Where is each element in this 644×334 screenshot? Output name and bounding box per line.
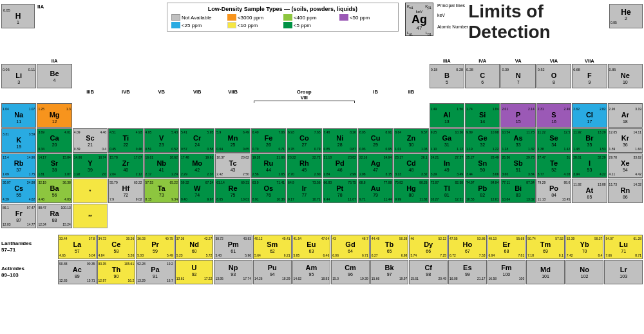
element-Np: Np 93 13.9517.74: [214, 260, 252, 284]
element-Si: 1.741.84 Si 14: [465, 103, 500, 128]
element-Br: 11.9213.29 Br 35 1.481.53: [572, 128, 607, 153]
element-In: 24.2127.27 In 49 3.293.49: [430, 153, 464, 178]
element-W: 59.3267.24 W 74 8.409.67: [180, 179, 214, 203]
element-Bk: Bk 97 15.6619.97: [370, 260, 409, 284]
element-Te: 27.4731 Te 52 3.774.03: [536, 153, 571, 178]
element-La: 33.4437.8 La 57 4.655.04: [58, 235, 97, 259]
element-Lr: Lr 103: [604, 260, 643, 284]
legend-item-3000: <3000 ppm: [227, 14, 282, 21]
element-Ti: 4.514.93 Ti 22 0.450.46: [108, 128, 143, 153]
element-Th: 93.35105.61 Th 90 12.9716.2: [97, 260, 136, 284]
legend-title: Low-Density Sample Types — (soils, powde…: [171, 6, 394, 12]
element-Pa: 92.2819.2 Pa 91 13.2916.7: [136, 260, 175, 284]
element-Cd: 23.1726.1 Cd 48 3.133.32: [393, 153, 428, 178]
element-Kr: 12.6514.11 Kr 36 1.591.64: [608, 128, 643, 153]
element-Os: 63.071.41 Os 76 8.9110.36: [251, 179, 286, 203]
legend-box: Low-Density Sample Types — (soils, powde…: [167, 3, 399, 32]
element-Se: 11.2212.5 Se 34 1.381.42: [536, 128, 571, 153]
element-Fe: 6.407.06 Fe 26 0.700.71: [251, 128, 286, 153]
element-Sn: 25.2728.49 Sn 50 3.443.66: [465, 153, 500, 178]
element-Pu: Pu 94 14.2618.29: [253, 260, 292, 284]
element-Fm: Fm 100 16.58100: [488, 260, 526, 284]
element-Tb: 44.4850.38 Tb 65 6.276.98: [370, 235, 409, 259]
element-Mn: 5.96.49 Mn 25 0.640.65: [215, 128, 250, 153]
actinides-label: Actinides 89–103: [1, 266, 58, 279]
element-V: 4.955.43 V 23 0.510.52: [144, 128, 179, 153]
element-Tm: 50.7457.52 Tm 69 7.188.1: [526, 235, 565, 259]
element-Cl: 2.622.82 Cl 17: [572, 103, 607, 128]
element-Md: Md 101: [526, 260, 565, 284]
element-Li: 0.050.11 Li 3: [1, 64, 36, 88]
legend-item-25: <25 ppm: [171, 22, 226, 28]
element-Rh: 20.2222.72 Rh 45 2.702.80: [287, 153, 321, 178]
element-Ac: 90.8890.35 Ac 89 12.6515.71: [58, 260, 97, 284]
legend-item-50: <50 ppm: [339, 14, 394, 21]
element-Be: Be 4: [37, 64, 71, 88]
element-Ba: 32.1936.38 Ba 56 4.464.83: [37, 179, 71, 203]
element-Pm: 38.7243.83 Pm 61 5.435.96: [214, 235, 252, 259]
element-Xe: 29.7833.62 Xe 54 4.114.42: [608, 153, 643, 178]
element-At: 11.9213.88 At 85: [572, 179, 607, 203]
element-Po: 79.2988.0 Po 84 11.1313.45: [536, 179, 571, 203]
element-Cu: 8.058.91 Cu 29 0.930.95: [358, 128, 393, 153]
element-Sr: 14.1715.84 Sr 38 1.811.87: [37, 153, 71, 178]
element-Tc: 18.3720.62 Tc 43 2.422.50: [215, 153, 250, 178]
periodic-table: IIA IIIA IVA VA VIA VIIA 0.050.11 Li 3 B…: [0, 58, 644, 284]
element-Hg: 70.8280.26 Hg 80 9.9911.82: [393, 179, 428, 203]
element-Sb: 26.3629.73 Sb 51 3.603.84: [500, 153, 535, 178]
element-Nb: 16.6118.62 Nb 41 2.172.24: [144, 153, 179, 178]
element-Cm: Cm 96 15.019.39: [331, 260, 370, 284]
element-Mg: 1.251.3 Mg 12: [37, 103, 71, 128]
element-Mo: 17.4819.61 Mo 42 2.292.37: [180, 153, 214, 178]
element-Ru: 19.2821.66 Ru 44 2.562.65: [251, 153, 286, 178]
element-Ge: 9.8910.98 Ge 32 1.191.22: [465, 128, 500, 153]
element-Ar: 2.963.19 Ar 18: [608, 103, 643, 128]
element-Es: Es 99 16.0821.17: [448, 260, 487, 284]
element-Am: Am 95 14.6218.83: [292, 260, 331, 284]
element-P: 2.012.14 P 15: [500, 103, 535, 128]
element-S: 2.312.46 S 16: [536, 103, 571, 128]
element-Tl: 72.8782.58 Tl 81 10.2712.21: [430, 179, 464, 203]
element-Cf: Cf 98 15.6120.49: [409, 260, 448, 284]
element-H: 0.05 H 1: [1, 4, 35, 28]
element-Zn: 8.649.57 Zn 30 1.011.03: [393, 128, 428, 153]
element-Cs: 30.9734.98 Cs 55 4.294.62: [1, 179, 36, 203]
element-Ag: 22.1624.94 Ag 47 2.983.15: [358, 153, 393, 178]
element-Al: 1.491.56 Al 13: [430, 103, 464, 128]
legend-item-5: <5 ppm: [283, 22, 338, 28]
element-Pb: 74.9784.94 Pb 82 10.5512.61: [465, 179, 500, 203]
element-Cr: 5.415.95 Cr 24 0.570.58: [180, 128, 214, 153]
element-No: No 102: [565, 260, 604, 284]
element-Na: 1.041.07 Na 11: [1, 103, 36, 128]
element-C: 0.28 C 6: [465, 64, 500, 88]
element-Re: 61.1469.31 Re 75 8.6510.01: [215, 179, 250, 203]
element-O: 0.52 O 8: [536, 64, 571, 88]
element-Ta: 57.5365.22 Ta 73 8.159.34: [144, 179, 179, 203]
element-F: 0.68 F 9: [572, 64, 607, 88]
symbol-diagram: Kα1Kβ1 keV Ag 47 Lα1Lβ1 Principal lines …: [405, 3, 468, 36]
element-K: 3.313.59 K 19: [1, 128, 36, 153]
element-Fr: 86.197.47 Fr 87 12.0314.77: [1, 204, 36, 228]
legend-item-10: <10 ppm: [227, 22, 282, 28]
element-Nd: 37.3642.27 Nd 60 5.235.72: [175, 235, 214, 259]
element-Ra: 88.47100.13 Ra 88 12.3415.24: [37, 204, 71, 228]
element-Sc: 4.094.46 Sc 21 0.390.4: [73, 128, 108, 153]
element-Ni: 7.488.26 Ni 28 0.850.87: [323, 128, 357, 153]
element-Er: 49.1355.68 Er 68 6.947.81: [488, 235, 526, 259]
element-Rb: 13.414.96 Rb 37 1.691.75: [1, 153, 36, 178]
element-Gd: 4348.7 Gd 64 6.066.71: [331, 235, 370, 259]
element-Co: 6.937.65 Co 27 0.780.79: [287, 128, 321, 153]
element-Ce: 34.7239.26 Ce 58 4.845.26: [97, 235, 136, 259]
legend-item-400: <400 ppm: [283, 14, 338, 21]
element-Lu: 54.0761.28 Lu 71 7.668.71: [604, 235, 643, 259]
element-Pt: 66.8375.75 Pt 78 9.4411.07: [323, 179, 357, 203]
lanthanides-label: Lanthanides 57–71: [1, 241, 58, 254]
element-B: 0.180.28 B 5: [430, 64, 464, 88]
element-I: 28.6132.29 I 53 3.944.22: [572, 153, 607, 178]
element-Au: 68.877.98 Au 79 9.7111.44: [358, 179, 393, 203]
element-Ne: 0.85 Ne 10: [608, 64, 643, 88]
legend-item-na: Not Available: [171, 14, 226, 21]
element-Ca: 3.694.01 Ca 20 0.34: [37, 128, 71, 153]
element-Sm: 40.1245.41 Sm 62 5.646.21: [253, 235, 292, 259]
element-Pd: 21.1823.82 Pd 46 2.842.99: [323, 153, 357, 178]
